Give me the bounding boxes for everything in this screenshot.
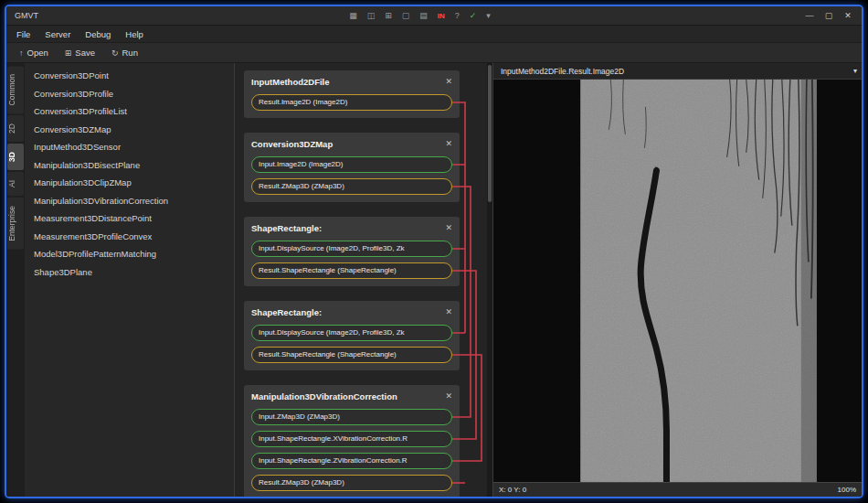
close-icon[interactable]: ✕ (445, 139, 452, 148)
tab-ai[interactable]: AI (7, 172, 24, 196)
list-item[interactable]: Measurement3DProfileConvex (25, 228, 234, 246)
node-body: Result.Image2D (Image2D) (244, 92, 460, 118)
run-button[interactable]: ↻ Run (106, 48, 143, 58)
result-port[interactable]: Result.ShapeRectangle (ShapeRectangle) (251, 262, 452, 279)
menu-debug[interactable]: Debug (79, 29, 120, 39)
tool-list: Conversion3DPoint Conversion3DProfile Co… (25, 63, 235, 497)
status-ok-icon: ✓ (470, 11, 477, 20)
panel-import-icon[interactable]: ⊞ (385, 11, 392, 20)
list-item[interactable]: Shape3DPlane (25, 263, 234, 282)
tab-2d[interactable]: 2D (7, 115, 24, 142)
node-header: ShapeRectangle: ✕ (244, 217, 460, 239)
menu-help[interactable]: Help (120, 29, 153, 39)
close-icon[interactable]: ✕ (445, 307, 452, 316)
list-item[interactable]: InputMethod3DSensor (25, 138, 234, 156)
input-port[interactable]: Input.DisplaySource (Image2D, Profile3D,… (251, 325, 452, 341)
scrollbar-thumb[interactable] (488, 65, 492, 202)
close-icon[interactable]: ✕ (445, 77, 452, 86)
layout-grid-icon[interactable]: ▦ (349, 11, 357, 20)
inspection-image[interactable] (493, 80, 862, 482)
result-port[interactable]: Result.ShapeRectangle (ShapeRectangle) (251, 347, 452, 363)
menu-bar: File Server Debug Help (6, 26, 862, 43)
window-icon[interactable]: ▢ (402, 11, 410, 20)
viewer-dropdown-icon[interactable]: ▾ (853, 67, 857, 75)
zoom-level: 100% (838, 486, 856, 494)
maximize-button[interactable]: ▢ (820, 11, 837, 20)
main-area: Common 2D 3D AI Enterprise Conversion3DP… (6, 63, 862, 497)
node-body: Input.ZMap3D (ZMap3D) Input.ShapeRectang… (244, 407, 460, 497)
pipeline-scrollbar[interactable] (487, 63, 492, 497)
result-port[interactable]: Result.ZMap3D (ZMap3D) (251, 475, 452, 491)
save-label: Save (75, 48, 95, 58)
node-card[interactable]: Manipulation3DVibrationCorrection ✕ Inpu… (244, 385, 460, 497)
app-title: GMVT (15, 11, 38, 20)
help-icon[interactable]: ? (455, 11, 460, 20)
viewer-header: InputMethod2DFile.Result.Image2D ▾ (493, 63, 862, 80)
node-card[interactable]: ShapeRectangle: ✕ Input.DisplaySource (I… (244, 217, 460, 286)
list-item[interactable]: Conversion3DProfileList (25, 102, 234, 121)
titlebar-icon-strip: ▦ ◫ ⊞ ▢ ▤ IN ? ✓ ▾ (38, 11, 801, 20)
node-card[interactable]: ShapeRectangle: ✕ Input.DisplaySource (I… (244, 301, 460, 370)
list-item[interactable]: Manipulation3DBisectPlane (25, 156, 234, 175)
close-icon[interactable]: ✕ (445, 223, 452, 232)
split-view-icon[interactable]: ◫ (367, 11, 376, 20)
node-body: Input.DisplaySource (Image2D, Profile3D,… (244, 323, 460, 370)
input-port[interactable]: Input.DisplaySource (Image2D, Profile3D,… (251, 241, 452, 257)
tab-common[interactable]: Common (7, 66, 24, 113)
node-title: InputMethod2DFile (251, 77, 330, 87)
list-item[interactable]: Conversion3DPoint (25, 67, 234, 85)
node-header: ShapeRectangle: ✕ (244, 301, 460, 323)
node-card[interactable]: InputMethod2DFile ✕ Result.Image2D (Imag… (244, 70, 460, 118)
input-indicator: IN (438, 12, 445, 20)
minimize-button[interactable]: — (801, 11, 818, 20)
app-window: GMVT ▦ ◫ ⊞ ▢ ▤ IN ? ✓ ▾ — ▢ ✕ File Serve… (5, 5, 863, 498)
close-icon[interactable]: ✕ (445, 391, 452, 401)
list-item[interactable]: Conversion3DZMap (25, 121, 234, 139)
menu-server[interactable]: Server (39, 29, 79, 39)
list-item[interactable]: Manipulation3DClipZMap (25, 174, 234, 192)
viewer-canvas[interactable] (493, 80, 862, 482)
list-item[interactable]: Measurement3DDistancePoint (25, 209, 234, 228)
node-card[interactable]: Conversion3DZMap ✕ Input.Image2D (Image2… (244, 133, 460, 202)
category-tab-strip: Common 2D 3D AI Enterprise (6, 63, 25, 497)
open-button[interactable]: ↑ Open (14, 48, 54, 58)
list-item[interactable]: Manipulation3DVibrationCorrection (25, 192, 234, 210)
toolbar: ↑ Open ⊞ Save ↻ Run (6, 43, 862, 63)
window-controls: — ▢ ✕ (801, 11, 856, 20)
list-item[interactable]: Conversion3DProfile (25, 85, 234, 103)
input-port[interactable]: Input.ZMap3D (ZMap3D) (251, 409, 452, 425)
close-button[interactable]: ✕ (840, 11, 856, 20)
viewer-title: InputMethod2DFile.Result.Image2D (501, 67, 624, 76)
tab-3d[interactable]: 3D (7, 144, 24, 170)
node-header: InputMethod2DFile ✕ (244, 70, 460, 92)
tab-enterprise[interactable]: Enterprise (7, 198, 24, 250)
node-header: Manipulation3DVibrationCorrection ✕ (244, 385, 460, 407)
list-item[interactable]: Model3DProfilePatternMatching (25, 245, 234, 263)
node-title: Manipulation3DVibrationCorrection (251, 391, 397, 401)
pipeline-panel: InputMethod2DFile ✕ Result.Image2D (Imag… (235, 63, 492, 497)
save-button[interactable]: ⊞ Save (59, 48, 101, 58)
pipeline-canvas[interactable]: InputMethod2DFile ✕ Result.Image2D (Imag… (235, 63, 487, 497)
title-bar: GMVT ▦ ◫ ⊞ ▢ ▤ IN ? ✓ ▾ — ▢ ✕ (6, 6, 862, 26)
cursor-coordinates: X: 0 Y: 0 (499, 486, 526, 494)
image-viewer: InputMethod2DFile.Result.Image2D ▾ (492, 63, 862, 497)
save-icon: ⊞ (65, 48, 72, 58)
input-port[interactable]: Input.ShapeRectangle.XVibrationCorrectio… (251, 431, 452, 447)
result-port[interactable]: Result.ZMap3D (ZMap3D) (251, 178, 452, 195)
open-label: Open (27, 48, 48, 58)
node-body: Input.Image2D (Image2D) Result.ZMap3D (Z… (244, 155, 460, 202)
node-title: ShapeRectangle: (251, 223, 322, 233)
menu-file[interactable]: File (11, 29, 39, 39)
input-port[interactable]: Input.Image2D (Image2D) (251, 156, 452, 173)
result-port[interactable]: Result.Image2D (Image2D) (251, 94, 452, 111)
node-header: Conversion3DZMap ✕ (244, 133, 460, 155)
node-body: Input.DisplaySource (Image2D, Profile3D,… (244, 239, 460, 286)
open-icon: ↑ (19, 48, 24, 58)
run-icon: ↻ (111, 48, 119, 58)
viewer-status-bar: X: 0 Y: 0 100% (493, 482, 862, 497)
dropdown-icon[interactable]: ▾ (486, 11, 491, 20)
rows-layout-icon[interactable]: ▤ (419, 11, 428, 20)
run-label: Run (122, 48, 138, 58)
node-title: Conversion3DZMap (251, 139, 333, 149)
input-port[interactable]: Input.ShapeRectangle.ZVibrationCorrectio… (251, 453, 452, 469)
